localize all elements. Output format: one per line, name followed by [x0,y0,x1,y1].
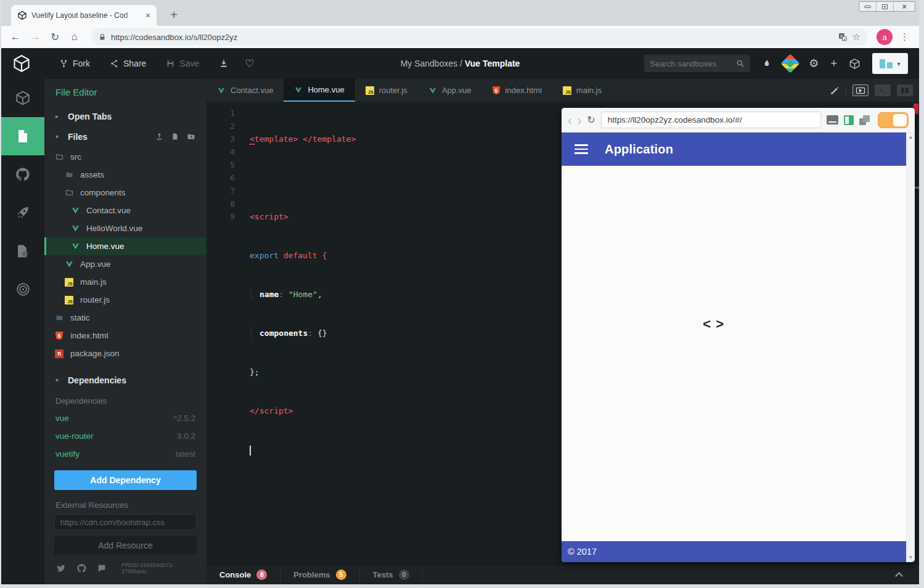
sandbox-title[interactable]: Vue Template [465,59,520,68]
scroll-down-icon[interactable]: ▼ [909,555,914,560]
window-maximize-button[interactable] [877,2,894,11]
fork-button[interactable]: Fork [59,59,90,68]
sandbox-cube-icon[interactable] [849,58,861,70]
add-resource-button[interactable]: Add Resource [54,536,197,555]
external-resource-input[interactable] [54,514,197,530]
preview-back-button[interactable]: ‹ [568,114,572,126]
add-dependency-button[interactable]: Add Dependency [54,470,197,490]
flame-icon[interactable] [762,58,772,69]
window-close-button[interactable]: × [894,2,915,11]
address-bar[interactable]: https://codesandbox.io/s/ll20opz2yz Aa ☆ [91,28,868,46]
npm-icon: n [54,349,64,358]
tree-item-router-js[interactable]: JS router.js [44,291,206,309]
rail-item-live[interactable] [1,270,44,308]
search-box[interactable] [644,55,750,72]
scroll-up-icon[interactable]: ▲ [909,134,914,140]
rail-item-project-info[interactable] [1,79,44,117]
new-window-icon[interactable] [859,115,870,125]
share-button[interactable]: Share [110,59,146,68]
files-section[interactable]: ▾ Files [44,126,206,147]
editor-tab-app-vue[interactable]: App.vue [418,79,482,102]
preview-forward-button[interactable]: › [578,114,582,126]
tree-item-package-json[interactable]: n package.json [44,345,206,362]
expand-console-chevron-icon[interactable] [896,571,903,578]
split-preview-icon[interactable] [844,115,854,125]
console-toggle[interactable]: >_ [875,84,891,96]
browser-preview-toggle[interactable] [852,84,869,96]
preview-refresh-button[interactable]: ↻ [587,115,595,125]
rocket-icon [15,205,30,220]
browser-menu-icon[interactable]: ⋮ [896,31,913,43]
tree-item-home-vue[interactable]: Home.vue [44,237,206,255]
browser-tab[interactable]: Vuetify Layout baseline - Cod × [11,5,157,26]
user-avatar-badge[interactable] [781,54,800,73]
app-title: Application [605,142,673,157]
console-tab[interactable]: Console 8 [206,565,280,584]
hamburger-menu-icon[interactable] [574,144,588,154]
breadcrumb-section[interactable]: My Sandboxes [401,59,458,68]
forward-button[interactable]: → [27,31,43,43]
upload-icon[interactable] [155,133,163,141]
home-button[interactable]: ⌂ [67,31,83,43]
bookmark-star-icon[interactable]: ☆ [852,31,861,43]
app-header: Fork Share Save ♡ My Sandboxes / Vue Tem… [1,48,919,79]
code-editor[interactable]: 1 2 3 4 5 6 7 8 9 <template> </template> [206,102,919,564]
rail-item-file-editor[interactable] [1,117,44,155]
window-minimize-button[interactable] [859,2,877,11]
prettier-brush-icon[interactable] [829,85,840,96]
tree-item-src[interactable]: src [44,148,206,166]
editor-tab-home-vue[interactable]: Home.vue [284,79,354,102]
preview-scrollbar[interactable]: ▲ ▼ [906,133,915,562]
tree-item-assets[interactable]: assets [44,166,206,184]
new-file-icon[interactable] [171,133,179,141]
editor-tab-contact-vue[interactable]: Contact.vue [206,79,284,102]
new-folder-icon[interactable] [187,133,195,141]
new-sandbox-plus-icon[interactable]: + [830,58,837,69]
editor-tab-index-html[interactable]: 5 index.html [482,79,552,102]
tree-item-helloworld-vue[interactable]: HelloWorld.vue [44,219,206,237]
sidebar-title: File Editor [44,87,206,97]
open-tabs-section[interactable]: ▸ Open Tabs [44,106,206,126]
like-heart-icon[interactable]: ♡ [245,57,254,70]
tree-item-components[interactable]: components [44,184,206,202]
share-icon [110,59,119,68]
file-tree: src assets components Contact.vue [44,148,206,362]
new-tab-button[interactable]: + [166,8,181,22]
export-download-button[interactable] [219,59,229,68]
tree-item-app-vue[interactable]: App.vue [44,255,206,273]
dependency-row[interactable]: vuetify latest [44,445,206,463]
editor-tab-main-js[interactable]: JS main.js [552,79,612,102]
translate-icon[interactable]: Aa [838,32,848,42]
dependencies-section[interactable]: ▾ Dependencies [44,370,206,390]
twitter-icon[interactable] [55,563,67,573]
save-button[interactable]: Save [166,59,199,68]
split-view-toggle[interactable] [897,84,913,96]
window-controls: × [859,1,915,12]
refresh-button[interactable]: ↻ [47,31,63,44]
dependency-row[interactable]: vue ^2.5.2 [44,409,206,427]
live-reload-toggle[interactable] [878,112,909,128]
stats-button[interactable]: ▾ [872,53,908,74]
feedback-icon[interactable] [97,563,107,573]
browser-profile-avatar[interactable]: a [877,29,893,45]
dependency-row[interactable]: vue-router 3.0.2 [44,427,206,445]
tests-tab[interactable]: Tests 0 [360,565,423,584]
rail-item-deployment[interactable] [1,194,44,232]
settings-gear-icon[interactable]: ⚙ [809,58,819,69]
browser-view-icon[interactable] [827,115,838,125]
tree-item-contact-vue[interactable]: Contact.vue [44,202,206,219]
tab-close-icon[interactable]: × [144,11,152,20]
editor-tab-router-js[interactable]: JS router.js [355,79,418,102]
tree-item-static[interactable]: static [44,309,206,327]
rail-item-file-settings[interactable] [1,232,44,270]
preview-url-input[interactable] [601,112,821,128]
codesandbox-logo[interactable] [12,54,31,73]
problems-tab[interactable]: Problems 5 [280,565,359,584]
folder-icon [64,171,74,179]
tree-item-index-html[interactable]: 5 index.html [44,327,206,345]
github-icon[interactable] [76,563,87,574]
tree-item-main-js[interactable]: JS main.js [44,273,206,291]
rail-item-github[interactable] [1,155,44,194]
back-button[interactable]: ← [7,31,23,43]
search-input[interactable] [650,59,732,68]
